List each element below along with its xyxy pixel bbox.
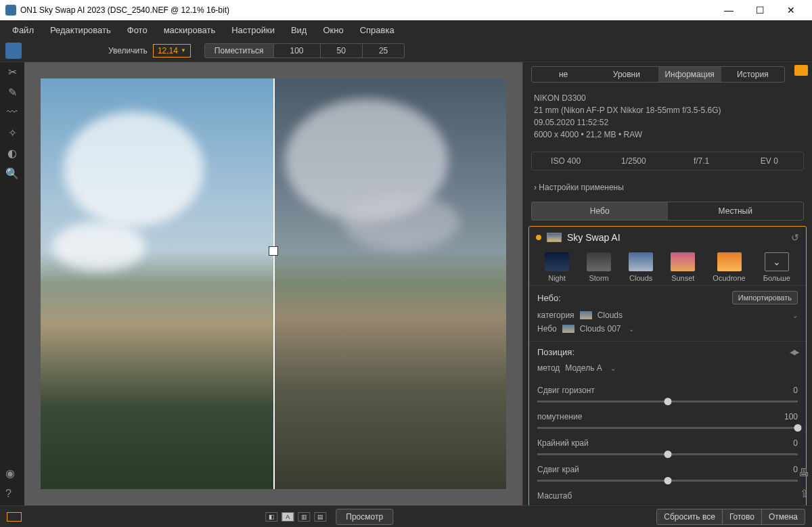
slider-shift[interactable] bbox=[537, 480, 798, 482]
preset-ocudrone[interactable]: Ocudrone bbox=[713, 252, 745, 282]
print-icon[interactable]: 🖶 bbox=[798, 467, 809, 479]
compare-mode-a-icon[interactable]: ◧ bbox=[265, 512, 277, 522]
slider-knob[interactable] bbox=[664, 477, 671, 484]
meta-lens: 21 mm (Nikon AF-P DX Nikkor 18-55mm f/3.… bbox=[534, 104, 801, 116]
slider-haze[interactable] bbox=[537, 427, 798, 429]
close-button[interactable]: ✕ bbox=[775, 0, 807, 20]
category-value: Clouds bbox=[597, 311, 623, 320]
photos-panel-icon[interactable] bbox=[794, 65, 808, 76]
exif-ev: EV 0 bbox=[736, 152, 803, 170]
chevron-down-icon: ▼ bbox=[181, 47, 186, 53]
menu-window[interactable]: Окно bbox=[316, 22, 350, 38]
sky-value: Clouds 007 bbox=[580, 324, 621, 334]
preview-button[interactable]: Просмотр bbox=[336, 509, 393, 525]
cancel-button[interactable]: Отмена bbox=[762, 509, 805, 525]
preset-storm[interactable]: Storm bbox=[587, 252, 611, 282]
sky-dropdown[interactable]: Небо Clouds 007 ⌄ bbox=[537, 322, 798, 336]
mode-tabs: Небо Местный bbox=[531, 202, 804, 221]
fit-button[interactable]: Поместиться bbox=[204, 43, 274, 58]
exif-iso: ISO 400 bbox=[532, 152, 600, 170]
slider-knob[interactable] bbox=[664, 451, 671, 458]
slider-scale-label: Масштаб bbox=[537, 491, 572, 501]
sky-thumb-icon bbox=[562, 325, 574, 333]
app-icon bbox=[5, 5, 16, 16]
mask-tool-icon[interactable]: ◐ bbox=[5, 146, 19, 160]
image-preview[interactable] bbox=[41, 78, 506, 489]
help-icon[interactable]: ? bbox=[5, 488, 15, 500]
section-sky-title: Небо: bbox=[537, 293, 561, 303]
slider-horizon-value: 0 bbox=[793, 386, 798, 395]
tab-info[interactable]: Информация bbox=[658, 67, 721, 82]
right-panel: не Уровни Информация История NIKON D3300… bbox=[522, 62, 812, 505]
home-icon[interactable] bbox=[5, 43, 22, 59]
menu-file[interactable]: Файл bbox=[5, 22, 41, 38]
sky-preset-row: Night Storm Clouds Sunset Ocudrone ⌄Боль… bbox=[529, 248, 806, 285]
import-button[interactable]: Импортировать bbox=[732, 291, 798, 304]
slider-horizon-label: Сдвиг горизонт bbox=[537, 386, 595, 395]
compare-split-handle[interactable] bbox=[269, 246, 278, 256]
preset-clouds[interactable]: Clouds bbox=[629, 252, 653, 282]
tab-none[interactable]: не bbox=[532, 67, 595, 82]
view-mode-single-icon[interactable] bbox=[7, 512, 22, 522]
zoom-100-button[interactable]: 100 bbox=[274, 43, 321, 58]
zoom-25-button[interactable]: 25 bbox=[363, 43, 405, 58]
tab-history[interactable]: История bbox=[721, 67, 784, 82]
share-icon[interactable]: ⇪ bbox=[800, 487, 809, 500]
info-tabs: не Уровни Информация История bbox=[531, 66, 785, 83]
tab-levels[interactable]: Уровни bbox=[595, 67, 658, 82]
preset-clouds-thumb bbox=[629, 252, 653, 271]
right-side-icons: 🖶 ⇪ bbox=[798, 467, 809, 500]
maximize-button[interactable]: ☐ bbox=[744, 0, 775, 20]
menu-settings[interactable]: Настройки bbox=[225, 22, 281, 38]
zoom-label: Увеличить bbox=[108, 46, 148, 55]
tab-sky[interactable]: Небо bbox=[532, 202, 668, 220]
menu-mask[interactable]: маскировать bbox=[157, 22, 223, 38]
method-value: Модель А bbox=[565, 363, 602, 373]
panel-enabled-dot[interactable] bbox=[536, 235, 541, 240]
position-arrows-icon[interactable]: ◀▶ bbox=[790, 348, 798, 357]
category-label: категория bbox=[537, 311, 574, 320]
menu-help[interactable]: Справка bbox=[353, 22, 401, 38]
slider-knob[interactable] bbox=[794, 424, 802, 432]
compare-mode-c-icon[interactable]: ▥ bbox=[298, 512, 310, 522]
slider-haze-label: помутнение bbox=[537, 412, 582, 421]
compare-mode-b-icon[interactable]: A bbox=[281, 512, 294, 522]
slider-knob[interactable] bbox=[664, 398, 671, 405]
brush-tool-icon[interactable]: ✎ bbox=[5, 85, 19, 99]
adjust-tool-icon[interactable]: 〰 bbox=[5, 106, 19, 119]
category-thumb-icon bbox=[580, 311, 592, 319]
minimize-button[interactable]: — bbox=[713, 0, 744, 20]
left-bottom-icons: ◉ ? bbox=[5, 467, 15, 500]
slider-haze-value: 100 bbox=[784, 412, 798, 421]
preset-sunset[interactable]: Sunset bbox=[671, 252, 695, 282]
zoom-50-button[interactable]: 50 bbox=[321, 43, 363, 58]
user-icon[interactable]: ◉ bbox=[5, 467, 15, 480]
retouch-tool-icon[interactable]: ✧ bbox=[5, 126, 19, 139]
after-image bbox=[273, 78, 506, 489]
preset-night[interactable]: Night bbox=[545, 252, 569, 282]
slider-edge[interactable] bbox=[537, 453, 798, 455]
menu-edit[interactable]: Редактировать bbox=[43, 22, 118, 38]
settings-applied-row[interactable]: Настройки применены bbox=[523, 176, 812, 199]
zoom-value-dropdown[interactable]: 12,14 ▼ bbox=[153, 44, 191, 58]
done-button[interactable]: Готово bbox=[723, 509, 762, 525]
panel-reset-icon[interactable]: ↺ bbox=[791, 232, 799, 243]
crop-tool-icon[interactable]: ✂ bbox=[5, 65, 19, 78]
menu-view[interactable]: Вид bbox=[284, 22, 314, 38]
zoom-tool-icon[interactable]: 🔍 bbox=[5, 166, 19, 180]
menu-photo[interactable]: Фото bbox=[120, 22, 154, 38]
preset-storm-thumb bbox=[587, 252, 611, 271]
compare-mode-d-icon[interactable]: ▤ bbox=[314, 512, 326, 522]
preset-more[interactable]: ⌄Больше bbox=[763, 252, 790, 282]
chevron-down-icon: ⌄ bbox=[610, 365, 616, 372]
chevron-down-icon: ⌄ bbox=[629, 325, 634, 333]
sky-label: Небо bbox=[537, 324, 557, 334]
method-dropdown[interactable]: метод Модель А ⌄ bbox=[537, 361, 798, 375]
reset-all-button[interactable]: Сбросить все bbox=[656, 509, 723, 525]
category-dropdown[interactable]: категория Clouds ⌄ bbox=[537, 308, 798, 322]
compare-split-line[interactable] bbox=[273, 78, 275, 489]
tab-local[interactable]: Местный bbox=[668, 202, 804, 220]
exif-row: ISO 400 1/2500 f/7.1 EV 0 bbox=[531, 152, 804, 170]
slider-horizon[interactable] bbox=[537, 400, 798, 403]
settings-applied-label: Настройки применены bbox=[539, 183, 624, 192]
